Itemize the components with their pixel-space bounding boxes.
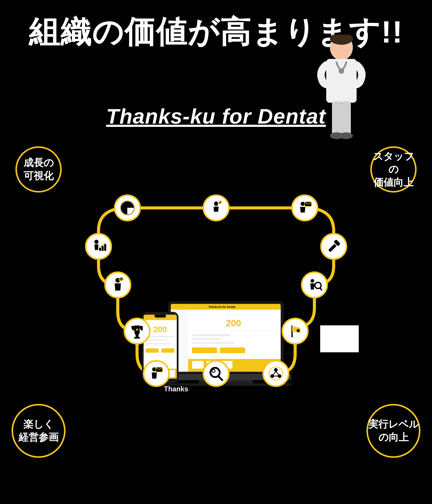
svg-line-26 xyxy=(320,288,322,290)
svg-rect-17 xyxy=(102,246,104,251)
svg-point-31 xyxy=(297,329,300,332)
svg-line-41 xyxy=(273,371,276,374)
icon-gift-person xyxy=(104,271,131,298)
svg-rect-16 xyxy=(99,248,101,251)
svg-text:200: 200 xyxy=(225,318,241,328)
icon-search-magnify xyxy=(203,360,230,387)
svg-point-3 xyxy=(339,68,344,74)
svg-point-24 xyxy=(310,279,314,283)
bubble-top-left: 成長の 可視化 xyxy=(15,146,62,192)
svg-marker-19 xyxy=(103,242,106,244)
icon-growth-chart xyxy=(85,233,112,260)
icon-hammer xyxy=(320,233,347,260)
icon-group-circle xyxy=(262,360,289,387)
svg-text:200: 200 xyxy=(153,325,167,334)
svg-rect-52 xyxy=(192,334,231,336)
svg-rect-55 xyxy=(192,348,217,353)
svg-point-38 xyxy=(274,368,278,372)
svg-rect-69 xyxy=(146,336,175,337)
svg-rect-58 xyxy=(192,361,204,369)
icon-message-person xyxy=(291,194,318,221)
bubble-top-right: スタッフの 価値向上 xyxy=(370,146,417,192)
svg-line-35 xyxy=(218,376,222,380)
svg-rect-54 xyxy=(192,342,235,344)
icon-pie-chart xyxy=(114,194,141,221)
svg-rect-20 xyxy=(328,244,336,252)
svg-rect-70 xyxy=(146,339,167,341)
svg-rect-18 xyxy=(104,244,106,251)
icon-trophy xyxy=(123,318,150,345)
svg-point-13 xyxy=(301,202,305,206)
svg-rect-71 xyxy=(146,343,171,344)
icon-lightbulb-person xyxy=(203,194,230,221)
page-container: 組織の価値が高まります!! Thanks-ku for Dentat xyxy=(0,0,432,504)
white-box-placeholder xyxy=(320,325,359,352)
brand-title-area: Thanks-ku for Dentat xyxy=(38,104,394,128)
svg-point-36 xyxy=(212,369,215,372)
icon-magnify-person xyxy=(301,271,328,298)
svg-point-25 xyxy=(315,282,321,288)
svg-rect-72 xyxy=(146,349,159,353)
svg-rect-53 xyxy=(192,338,221,340)
diagram-area: Thanks xyxy=(33,192,399,458)
svg-point-15 xyxy=(94,240,98,244)
icon-flag xyxy=(282,318,309,345)
svg-rect-27 xyxy=(136,335,139,337)
svg-point-12 xyxy=(218,200,222,204)
svg-rect-28 xyxy=(134,337,140,339)
brand-title: Thanks-ku for Dentat xyxy=(106,104,326,128)
svg-point-7 xyxy=(339,133,353,139)
svg-text:Thanks-ku for Dentat: Thanks-ku for Dentat xyxy=(208,305,235,308)
svg-rect-73 xyxy=(161,349,174,353)
svg-line-42 xyxy=(276,371,278,374)
svg-rect-56 xyxy=(220,348,245,353)
icon-thanks-person xyxy=(143,360,170,387)
svg-rect-78 xyxy=(154,315,166,317)
svg-point-29 xyxy=(136,329,138,331)
svg-rect-51 xyxy=(192,330,277,331)
